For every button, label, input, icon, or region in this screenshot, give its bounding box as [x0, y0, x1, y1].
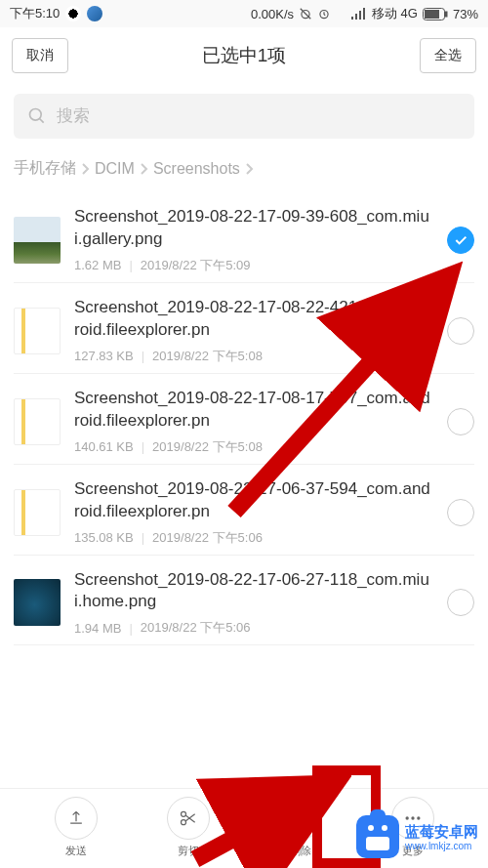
crumb-1[interactable]: DCIM: [95, 160, 135, 178]
svg-rect-8: [445, 12, 447, 17]
svg-rect-9: [425, 10, 439, 19]
thumbnail: [14, 579, 61, 626]
thumbnail: [14, 308, 61, 354]
watermark-title: 蓝莓安卓网: [405, 823, 478, 841]
watermark-icon: [356, 815, 399, 858]
svg-line-20: [195, 791, 322, 859]
watermark: 蓝莓安卓网 www.lmkjz.com: [356, 815, 478, 858]
file-name: Screenshot_2019-08-22-17-06-27-118_com.m…: [74, 569, 433, 614]
qq-icon: [65, 6, 81, 21]
file-meta: 135.08 KB | 2019/8/22 下午5:06: [74, 529, 433, 547]
cancel-button[interactable]: 取消: [12, 38, 68, 73]
checkbox[interactable]: [447, 227, 474, 254]
file-name: Screenshot_2019-08-22-17-09-39-608_com.m…: [74, 206, 433, 251]
signal-icon: [351, 8, 367, 20]
file-item[interactable]: Screenshot_2019-08-22-17-06-27-118_com.m…: [14, 556, 474, 646]
file-date: 2019/8/22 下午5:06: [152, 529, 263, 547]
net-speed: 0.00K/s: [251, 7, 294, 21]
thumbnail: [14, 217, 61, 264]
thumbnail: [14, 489, 61, 536]
chevron-right-icon: [81, 162, 90, 176]
breadcrumb[interactable]: 手机存储 DCIM Screenshots: [0, 152, 488, 192]
battery-pct: 73%: [453, 7, 478, 21]
file-size: 1.62 MB: [74, 258, 121, 272]
chevron-right-icon: [245, 162, 254, 176]
file-meta: 1.94 MB | 2019/8/22 下午5:06: [74, 619, 433, 637]
checkbox[interactable]: [447, 589, 474, 616]
svg-line-11: [40, 119, 44, 123]
watermark-url: www.lmkjz.com: [405, 841, 478, 851]
send-button[interactable]: 发送: [55, 797, 98, 858]
svg-rect-5: [359, 11, 361, 20]
file-size: 127.83 KB: [74, 349, 134, 363]
carrier: 移动 4G: [372, 5, 418, 22]
crumb-0[interactable]: 手机存储: [14, 158, 76, 179]
file-date: 2019/8/22 下午5:06: [141, 619, 251, 637]
chevron-right-icon: [140, 162, 148, 176]
page-title: 已选中1项: [202, 43, 287, 68]
clock: 下午5:10: [10, 5, 60, 22]
alarm-icon: [317, 7, 331, 21]
no-data-icon: [336, 7, 346, 21]
share-icon: [66, 808, 86, 828]
file-size: 140.61 KB: [74, 439, 134, 454]
search-wrap: [0, 84, 488, 152]
file-info: Screenshot_2019-08-22-17-06-27-118_com.m…: [74, 569, 433, 638]
crumb-2[interactable]: Screenshots: [153, 160, 240, 178]
svg-rect-6: [363, 8, 365, 20]
thumbnail: [14, 398, 61, 445]
svg-rect-4: [355, 14, 357, 20]
status-bar: 下午5:10 0.00K/s 移动 4G 73%: [0, 0, 488, 27]
svg-rect-3: [351, 17, 353, 20]
header: 取消 已选中1项 全选: [0, 27, 488, 84]
search-input[interactable]: [57, 106, 461, 126]
annotation-arrow: [205, 258, 468, 521]
svg-point-10: [30, 109, 42, 121]
battery-icon: [423, 8, 448, 21]
alarm-off-icon: [299, 7, 312, 21]
select-all-button[interactable]: 全选: [420, 38, 476, 73]
file-size: 135.08 KB: [74, 530, 134, 545]
search-icon: [27, 106, 47, 126]
file-size: 1.94 MB: [74, 621, 121, 636]
globe-icon: [87, 6, 102, 21]
annotation-arrow: [185, 742, 351, 868]
search-box[interactable]: [14, 94, 474, 139]
svg-line-18: [234, 287, 439, 512]
